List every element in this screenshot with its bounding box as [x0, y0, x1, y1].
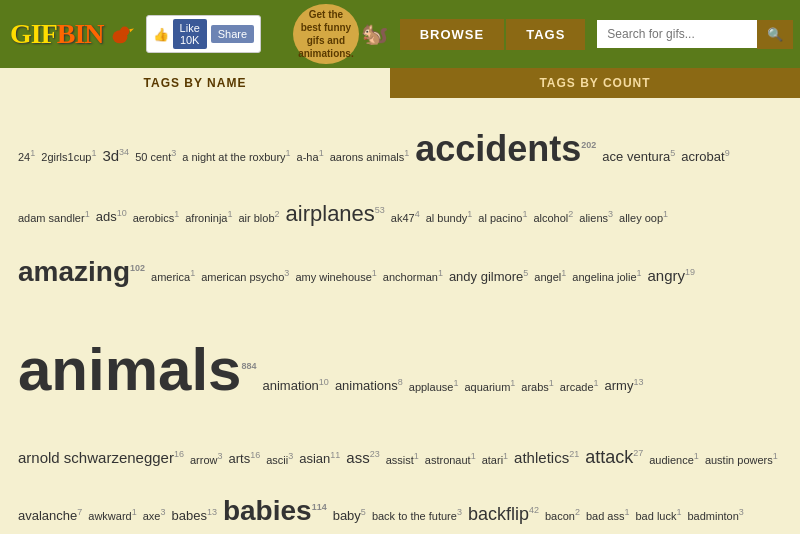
browse-button[interactable]: BROWSE: [400, 19, 505, 50]
tag-item[interactable]: atari1: [482, 447, 508, 472]
share-button[interactable]: Share: [211, 25, 254, 43]
tag-item[interactable]: animation10: [262, 372, 328, 401]
tag-item[interactable]: arrow3: [190, 447, 223, 472]
nav-buttons: BROWSE TAGS: [400, 19, 586, 50]
tag-item[interactable]: attack27: [585, 438, 643, 478]
tag-item[interactable]: ak474: [391, 205, 420, 230]
tag-item[interactable]: bad ass1: [586, 503, 630, 528]
tag-item[interactable]: babes13: [171, 502, 216, 531]
tag-item[interactable]: avalanche7: [18, 502, 82, 531]
tag-item[interactable]: astronaut1: [425, 447, 476, 472]
tag-item[interactable]: ads10: [96, 203, 127, 232]
svg-point-1: [120, 27, 129, 36]
tag-item[interactable]: anchorman1: [383, 264, 443, 289]
tag-item[interactable]: arnold schwarzenegger16: [18, 441, 184, 474]
banner: Get the best funny gifs and animations.: [293, 4, 359, 64]
tag-item[interactable]: american psycho3: [201, 264, 289, 289]
logo-gif: GIF: [10, 20, 57, 48]
tag-item[interactable]: a night at the roxbury1: [182, 144, 290, 169]
tag-item[interactable]: aquarium1: [464, 374, 515, 399]
tab-by-count[interactable]: TAGS BY COUNT: [390, 68, 800, 98]
tag-item[interactable]: ascii3: [266, 447, 293, 472]
tag-item[interactable]: 241: [18, 144, 35, 169]
tag-item[interactable]: 3d34: [102, 139, 129, 172]
tag-item[interactable]: aarons animals1: [330, 144, 410, 169]
tag-item[interactable]: awkward1: [88, 503, 136, 528]
search-button[interactable]: 🔍: [757, 20, 793, 49]
tag-item[interactable]: applause1: [409, 374, 459, 399]
tag-item[interactable]: angry19: [648, 259, 696, 292]
tag-item[interactable]: alley oop1: [619, 205, 668, 230]
like-widget: 👍 Like 10K Share: [146, 15, 262, 53]
tag-item[interactable]: arts16: [228, 445, 260, 474]
thumbs-up-icon: 👍: [153, 27, 169, 42]
tag-item[interactable]: bad luck1: [635, 503, 681, 528]
tag-item[interactable]: arabs1: [521, 374, 554, 399]
tag-item[interactable]: ace ventura5: [602, 143, 675, 172]
tabs-bar: TAGS BY NAME TAGS BY COUNT: [0, 68, 800, 98]
tag-cloud: 2412girls1cup13d3450 cent3a night at the…: [0, 98, 800, 534]
logo-bin: BIN: [57, 20, 104, 48]
tag-item[interactable]: acrobat9: [681, 143, 729, 172]
tag-item[interactable]: axe3: [143, 503, 166, 528]
tag-item[interactable]: air blob2: [238, 205, 279, 230]
header: GIFBIN 👍 Like 10K Share Get the best fun…: [0, 0, 800, 68]
tag-item[interactable]: army13: [605, 372, 644, 401]
tag-item[interactable]: amy winehouse1: [295, 264, 376, 289]
tag-item[interactable]: angel1: [534, 264, 566, 289]
tag-item[interactable]: andy gilmore5: [449, 263, 528, 292]
tag-item[interactable]: animations8: [335, 372, 403, 401]
tag-item[interactable]: amazing102: [18, 241, 145, 303]
logo[interactable]: GIFBIN: [10, 20, 134, 48]
tag-item[interactable]: 50 cent3: [135, 144, 176, 169]
tag-item[interactable]: audience1: [649, 447, 699, 472]
tag-item[interactable]: accidents202: [415, 109, 596, 188]
squirrel-icon: 🐿️: [361, 21, 388, 47]
tag-item[interactable]: airplanes53: [286, 190, 385, 238]
tag-item[interactable]: babies114: [223, 480, 327, 534]
tag-item[interactable]: a-ha1: [297, 144, 324, 169]
tag-item[interactable]: ass23: [346, 441, 379, 474]
tag-item[interactable]: back to the future3: [372, 503, 462, 528]
tag-item[interactable]: al pacino1: [478, 205, 527, 230]
tag-item[interactable]: arcade1: [560, 374, 599, 399]
like-button[interactable]: Like 10K: [173, 19, 207, 49]
tag-item[interactable]: backflip42: [468, 495, 539, 534]
tag-item[interactable]: 2girls1cup1: [41, 144, 96, 169]
tag-item[interactable]: austin powers1: [705, 447, 778, 472]
tag-item[interactable]: aerobics1: [133, 205, 180, 230]
tag-item[interactable]: adam sandler1: [18, 205, 90, 230]
logo-bird-icon: [106, 20, 134, 48]
tag-item[interactable]: assist1: [386, 447, 419, 472]
tag-item[interactable]: afroninja1: [185, 205, 232, 230]
tag-item[interactable]: al bundy1: [426, 205, 473, 230]
tag-item[interactable]: animals884: [18, 304, 256, 436]
tag-item[interactable]: angelina jolie1: [572, 264, 641, 289]
tag-item[interactable]: asian11: [299, 445, 340, 474]
tag-item[interactable]: athletics21: [514, 441, 579, 474]
svg-marker-2: [129, 28, 134, 32]
tags-button[interactable]: TAGS: [506, 19, 585, 50]
tab-by-name[interactable]: TAGS BY NAME: [0, 68, 390, 98]
tag-item[interactable]: bacon2: [545, 503, 580, 528]
tag-item[interactable]: badminton3: [687, 503, 743, 528]
tag-item[interactable]: alcohol2: [533, 205, 573, 230]
tag-item[interactable]: aliens3: [579, 205, 613, 230]
search-input[interactable]: [597, 20, 757, 48]
search-container: 🔍: [597, 20, 793, 49]
tag-item[interactable]: baby5: [333, 502, 366, 531]
tag-item[interactable]: america1: [151, 264, 195, 289]
